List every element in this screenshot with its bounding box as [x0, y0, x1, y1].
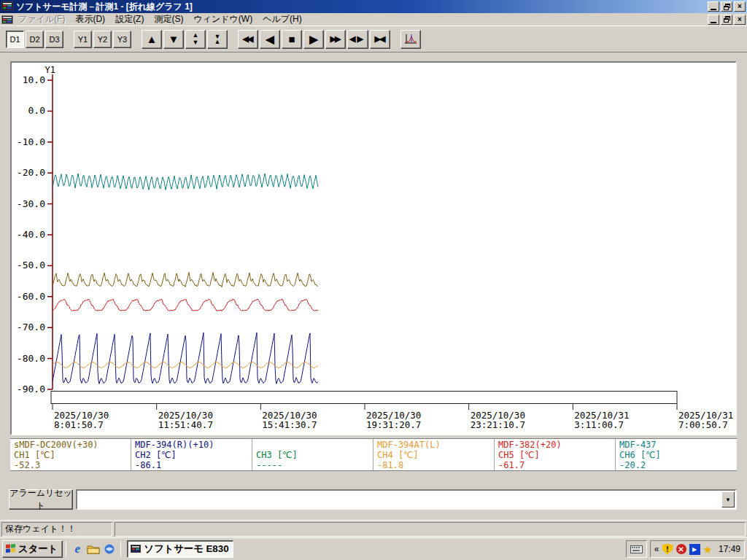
legend-cell-ch2: MDF-394(R)(+10) CH2 [℃] -86.1 [131, 439, 252, 470]
ch2-name: CH2 [℃] [135, 450, 248, 460]
y-tick-label: 10.0 [23, 74, 45, 85]
arrow-left-icon: ◀ [266, 33, 274, 46]
task-label: ソフトサーモ E830 [144, 542, 228, 556]
toolbar: D1 D2 D3 Y1 Y2 Y3 ▲ ▼ ▲▼ ▼▲ ◀◀ ◀ ■ ▶ ▶▶ … [0, 26, 747, 52]
step-forward-button[interactable]: ▶ [303, 30, 324, 49]
collapse-chevron-icon[interactable]: « [654, 544, 659, 554]
y2-button[interactable]: Y2 [93, 31, 112, 48]
y-tick-label: 0.0 [28, 105, 45, 116]
fast-rewind-button[interactable]: ◀◀ [238, 30, 258, 49]
ch1-label: sMDF-DC200V(+30) [14, 440, 127, 450]
notification-area: « ! ✕ ▶ ★ 17:49 [650, 540, 745, 558]
time-range-box [51, 392, 677, 404]
x-tick-time: 8:01:50.7 [54, 419, 104, 430]
channel-legend: sMDF-DC200V(+30) CH1 [℃] -52.3 MDF-394(R… [10, 438, 737, 471]
taskbar-divider [66, 541, 66, 557]
window-title: ソフトサーモ計測－計測1 - [折れ線グラフ 1] [16, 1, 706, 13]
restore-button[interactable] [721, 1, 732, 12]
desktop-folder-icon[interactable] [85, 541, 101, 557]
compress-vertical-button[interactable]: ▼▲ [207, 30, 228, 49]
close-button[interactable]: × [734, 1, 746, 12]
expand-vertical-button[interactable]: ▲▼ [185, 30, 206, 49]
y1-button[interactable]: Y1 [74, 31, 92, 48]
series-5-line [53, 299, 318, 311]
child-close-button[interactable]: × [734, 15, 746, 25]
y-tick-label: -20.0 [17, 167, 45, 178]
legend-cell-ch3: CH3 [℃] ----- [252, 439, 374, 470]
minimize-button[interactable] [708, 1, 719, 12]
taskbar: スタート e ソフトサーモ E830 [0, 537, 747, 560]
menu-file[interactable]: ファイル(F) [13, 12, 70, 26]
fast-forward-button[interactable]: ▶▶ [325, 30, 346, 49]
x-tick-time: 15:41:30.7 [262, 419, 317, 430]
status-message: 保存ウェイト！！ [1, 522, 112, 537]
d3-button[interactable]: D3 [45, 31, 63, 48]
x-tick-time: 3:11:00.7 [574, 419, 624, 430]
combobox-drop-button[interactable]: ▼ [721, 491, 735, 508]
task-button-softthermo[interactable]: ソフトサーモ E830 [127, 540, 233, 558]
graph-window-client: Y110.00.0-10.0-20.0-30.0-40.0-50.0-60.0-… [0, 52, 747, 520]
favorites-star-icon[interactable]: ★ [703, 544, 713, 555]
graph-settings-button[interactable] [400, 30, 421, 49]
y-tick-label: -60.0 [17, 291, 45, 302]
expand-vertical-icon: ▲▼ [193, 33, 199, 45]
language-panel[interactable] [626, 540, 647, 558]
y-tick-label: -80.0 [17, 353, 45, 364]
security-warning-icon[interactable]: ! [662, 544, 673, 555]
y3-button[interactable]: Y3 [113, 31, 131, 48]
outlook-icon[interactable] [101, 541, 117, 557]
ch5-name: CH5 [℃] [498, 450, 611, 460]
arrow-right-icon: ▶ [309, 33, 318, 46]
legend-cell-ch5: MDF-382(+20) CH5 [℃] -61.7 [495, 439, 616, 470]
y-tick-label: -50.0 [17, 260, 45, 271]
legend-cell-ch1: sMDF-DC200V(+30) CH1 [℃] -52.3 [10, 439, 131, 470]
legend-cell-ch4: MDF-394AT(L) CH4 [℃] -81.8 [374, 439, 495, 470]
menu-measure[interactable]: 測定(S) [149, 12, 188, 26]
child-restore-button[interactable] [721, 15, 732, 25]
stop-button[interactable]: ■ [282, 30, 302, 49]
step-back-button[interactable]: ◀ [260, 30, 280, 49]
scroll-down-button[interactable]: ▼ [163, 30, 184, 49]
d2-button[interactable]: D2 [26, 31, 44, 48]
x-tick-time: 19:31:20.7 [366, 419, 421, 430]
y-tick-label: -40.0 [17, 229, 45, 240]
legend-cell-ch6: MDF-437 CH6 [℃] -20.2 [616, 439, 737, 470]
child-minimize-button[interactable] [708, 15, 719, 25]
graph-icon [404, 34, 417, 45]
d1-button[interactable]: D1 [6, 31, 24, 48]
minimize-icon [711, 9, 716, 10]
y-tick-label: -30.0 [17, 198, 45, 209]
expand-horizontal-button[interactable]: ◀▶ [347, 30, 368, 49]
alarm-reset-button[interactable]: アラームリセット [9, 489, 73, 510]
series-1-line [53, 273, 318, 287]
ch3-value: ----- [256, 460, 369, 470]
start-button[interactable]: スタート [2, 540, 63, 558]
ie-icon[interactable]: e [69, 541, 85, 557]
menu-help[interactable]: ヘルプ(H) [258, 12, 307, 26]
menu-view[interactable]: 表示(D) [70, 12, 110, 26]
x-tick-time: 23:21:10.7 [471, 419, 525, 430]
ch6-value: -20.2 [619, 460, 733, 470]
ch3-name: CH3 [℃] [256, 450, 369, 460]
media-player-icon[interactable]: ▶ [689, 544, 700, 555]
expand-horizontal-icon: ◀▶ [349, 35, 366, 43]
y-tick-label: -90.0 [17, 384, 45, 394]
alarm-combobox[interactable]: ▼ [76, 489, 737, 510]
compress-horizontal-button[interactable]: ▶◀ [370, 30, 390, 49]
system-tray: « ! ✕ ▶ ★ 17:49 [626, 540, 745, 558]
title-bar: ソフトサーモ計測－計測1 - [折れ線グラフ 1] × [0, 0, 747, 13]
scroll-up-button[interactable]: ▲ [142, 30, 162, 49]
menu-settings[interactable]: 設定(Z) [110, 12, 149, 26]
menu-window[interactable]: ウィンドウ(W) [188, 12, 258, 26]
ch2-value: -86.1 [135, 460, 248, 470]
child-window-icon [1, 15, 13, 25]
child-minimize-icon [711, 22, 716, 23]
keyboard-icon [630, 545, 643, 553]
security-alert-icon[interactable]: ✕ [676, 544, 686, 554]
compress-vertical-icon: ▼▲ [214, 34, 221, 44]
fast-forward-icon: ▶▶ [330, 35, 341, 43]
stop-icon: ■ [288, 33, 295, 45]
arrow-up-icon: ▲ [147, 33, 158, 45]
line-chart: Y110.00.0-10.0-20.0-30.0-40.0-50.0-60.0-… [12, 63, 735, 434]
y-tick-label: -70.0 [17, 322, 45, 332]
